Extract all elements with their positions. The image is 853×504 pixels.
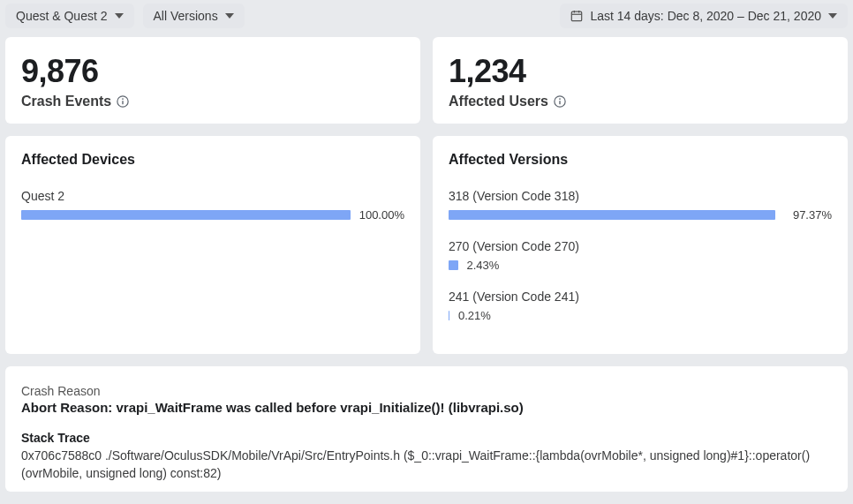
affected-versions-card: Affected Versions 318 (Version Code 318)… [433, 136, 848, 354]
crash-details-card: Crash Reason Abort Reason: vrapi_WaitFra… [5, 366, 848, 492]
version-bar-track [449, 210, 784, 220]
version-bar-wrap: 0.21% [449, 309, 832, 322]
device-bar-fill [21, 210, 351, 220]
date-range-dropdown[interactable]: Last 14 days: Dec 8, 2020 – Dec 21, 2020 [560, 4, 848, 28]
info-icon[interactable] [117, 95, 129, 108]
device-row: Quest 2 100.00% [21, 189, 404, 222]
version-row-label: 318 (Version Code 318) [449, 189, 832, 203]
version-row-pct: 2.43% [467, 259, 500, 272]
chevron-down-icon [225, 13, 234, 19]
filter-bar: Quest & Quest 2 All Versions Last 14 day… [0, 0, 853, 37]
version-bar-wrap: 97.37% [449, 208, 832, 222]
device-filter-dropdown[interactable]: Quest & Quest 2 [5, 4, 134, 28]
affected-users-value: 1,234 [449, 53, 832, 90]
version-row: 241 (Version Code 241) 0.21% [449, 290, 832, 322]
crash-events-label: Crash Events [21, 94, 111, 109]
calendar-icon [570, 10, 583, 22]
info-icon[interactable] [554, 95, 566, 108]
version-row-label: 270 (Version Code 270) [449, 239, 832, 253]
svg-rect-5 [123, 101, 124, 104]
device-filter-label: Quest & Quest 2 [16, 9, 108, 23]
version-bar-fill [449, 210, 775, 220]
version-row-label: 241 (Version Code 241) [449, 290, 832, 304]
affected-users-label: Affected Users [449, 94, 548, 109]
affected-devices-card: Affected Devices Quest 2 100.00% [5, 136, 420, 354]
crash-reason-heading: Crash Reason [21, 384, 832, 398]
version-bar-fill [449, 311, 449, 320]
date-range-label: Last 14 days: Dec 8, 2020 – Dec 21, 2020 [590, 9, 821, 23]
version-filter-dropdown[interactable]: All Versions [143, 4, 245, 28]
svg-rect-8 [559, 101, 560, 104]
version-filter-label: All Versions [154, 9, 218, 23]
affected-users-card: 1,234 Affected Users [433, 37, 848, 124]
crash-events-card: 9,876 Crash Events [5, 37, 420, 124]
device-bar-track [21, 210, 351, 220]
crash-reason-text: Abort Reason: vrapi_WaitFrame was called… [21, 400, 832, 415]
version-row: 318 (Version Code 318) 97.37% [449, 189, 832, 222]
version-bar-wrap: 2.43% [449, 259, 832, 272]
device-row-label: Quest 2 [21, 189, 404, 203]
device-row-pct: 100.00% [359, 208, 404, 222]
affected-versions-title: Affected Versions [449, 152, 832, 168]
crash-events-label-row: Crash Events [21, 94, 404, 109]
version-row-pct: 97.37% [793, 208, 832, 222]
svg-point-9 [559, 98, 561, 100]
crash-events-value: 9,876 [21, 53, 404, 90]
chevron-down-icon [828, 13, 837, 19]
chevron-down-icon [115, 13, 124, 19]
version-bar-fill [449, 260, 458, 270]
stack-trace-line: 0x706c7588c0 ./Software/OculusSDK/Mobile… [21, 447, 832, 483]
stack-trace-heading: Stack Trace [21, 431, 832, 445]
svg-point-6 [122, 98, 124, 100]
svg-rect-0 [572, 11, 582, 21]
device-bar-wrap: 100.00% [21, 208, 404, 222]
affected-devices-title: Affected Devices [21, 152, 404, 168]
version-row-pct: 0.21% [458, 309, 491, 322]
version-row: 270 (Version Code 270) 2.43% [449, 239, 832, 272]
affected-users-label-row: Affected Users [449, 94, 832, 109]
